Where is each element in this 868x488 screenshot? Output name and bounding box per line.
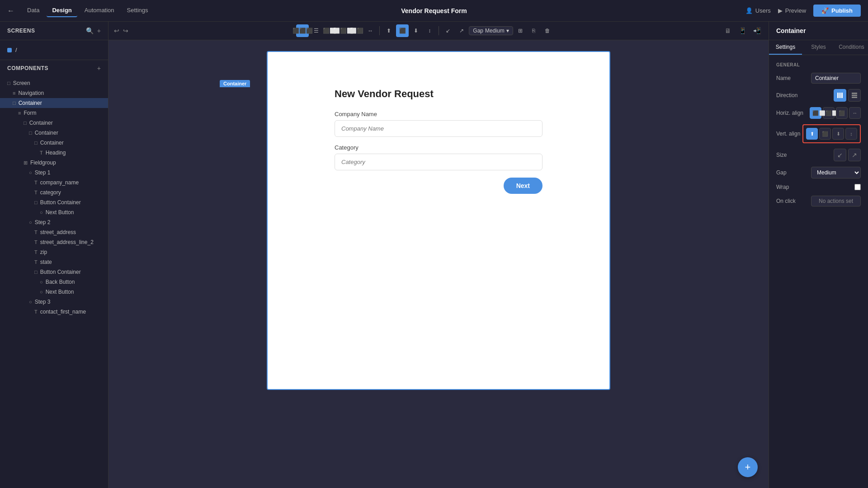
company-name-input[interactable]: [335, 120, 542, 137]
heading-tree-icon: T: [40, 150, 43, 155]
conditions-tab[interactable]: Conditions: [835, 40, 868, 55]
tree-item-contact-first-name[interactable]: T contact_first_name: [0, 307, 108, 317]
search-icon[interactable]: 🔍: [86, 27, 94, 34]
tree-item-button-container-2[interactable]: □ Button Container: [0, 267, 108, 277]
company-name-tree-icon: T: [34, 180, 38, 185]
copy-btn[interactable]: ⎘: [528, 24, 540, 37]
tree-item-category[interactable]: T category: [0, 188, 108, 197]
tree-item-back-button[interactable]: ○ Back Button: [0, 277, 108, 287]
vert-end-btn[interactable]: ⬇: [832, 128, 844, 140]
next-button[interactable]: Next: [504, 178, 542, 194]
layout-columns-btn[interactable]: ⬛⬛⬛: [296, 24, 309, 37]
general-section: GENERAL Name Direction: [776, 62, 861, 206]
screen-item-root[interactable]: /: [0, 44, 108, 56]
tree-item-state[interactable]: T state: [0, 257, 108, 267]
company-name-label: Company Name: [335, 111, 542, 117]
vert-spread-btn[interactable]: ↕: [845, 128, 857, 140]
size-expand-btn[interactable]: ↗: [848, 149, 861, 161]
tree-item-button-container-1[interactable]: □ Button Container: [0, 197, 108, 207]
tree-item-container-2[interactable]: □ Container: [0, 118, 108, 128]
tab-automation[interactable]: Automation: [79, 4, 120, 17]
tree-item-step3[interactable]: ○ Step 3: [0, 297, 108, 307]
tree-label-heading: Heading: [46, 150, 66, 156]
direction-rows-btn[interactable]: [848, 89, 861, 102]
size-shrink-btn[interactable]: ↙: [442, 24, 454, 37]
tree-item-next-button-1[interactable]: ○ Next Button: [0, 207, 108, 217]
wrap-checkbox[interactable]: [854, 184, 861, 190]
grid-btn[interactable]: ⊞: [514, 24, 527, 37]
publish-button[interactable]: 🚀 Publish: [813, 5, 861, 17]
delete-btn[interactable]: 🗑: [541, 24, 554, 37]
tree-label-next-button-1: Next Button: [46, 209, 74, 216]
add-component-icon[interactable]: +: [97, 65, 101, 72]
gap-select[interactable]: Medium Small Large: [811, 167, 861, 178]
preview-button[interactable]: ▶ Preview: [778, 7, 806, 14]
size-expand-btn[interactable]: ↗: [455, 24, 468, 37]
align-spread-btn[interactable]: ↔: [364, 24, 377, 37]
name-row: Name: [776, 73, 861, 84]
tree-item-street-address[interactable]: T street_address: [0, 227, 108, 237]
add-screen-icon[interactable]: +: [97, 27, 101, 34]
horiz-spread-btn[interactable]: ↔: [849, 107, 861, 119]
view-controls: 🖥 📱 📲: [722, 24, 763, 37]
category-input[interactable]: [335, 154, 542, 170]
size-shrink-btn[interactable]: ↙: [834, 149, 846, 161]
tab-design[interactable]: Design: [47, 4, 77, 17]
street-address-tree-icon: T: [34, 230, 38, 235]
layout-rows-btn[interactable]: ☰: [310, 24, 322, 37]
component-tree: □ Screen ≡ Navigation □ Container ≡ Form…: [0, 76, 108, 488]
tree-item-screen[interactable]: □ Screen: [0, 78, 108, 88]
tab-data[interactable]: Data: [22, 4, 45, 17]
tree-label-button-container-1: Button Container: [40, 199, 81, 206]
tree-item-street-address-2[interactable]: T street_address_line_2: [0, 237, 108, 247]
align-center-btn[interactable]: ⬜⬛⬜: [337, 24, 349, 37]
columns-icon: [837, 92, 843, 99]
vert-start-btn[interactable]: ⬆: [382, 24, 395, 37]
tree-item-heading[interactable]: T Heading: [0, 148, 108, 158]
on-click-row: On click No actions set: [776, 196, 861, 206]
styles-tab[interactable]: Styles: [802, 40, 835, 55]
gap-chevron-icon: ▾: [506, 28, 509, 34]
undo-button[interactable]: ↩: [114, 27, 119, 34]
desktop-view-btn[interactable]: 🖥: [722, 24, 734, 37]
tree-item-step1[interactable]: ○ Step 1: [0, 168, 108, 178]
mobile-view-btn[interactable]: 📲: [750, 24, 763, 37]
tab-settings[interactable]: Settings: [122, 4, 154, 17]
name-input[interactable]: [811, 73, 861, 84]
tree-item-form[interactable]: ≡ Form: [0, 108, 108, 118]
screens-list: /: [0, 40, 108, 60]
tree-item-next-button-2[interactable]: ○ Next Button: [0, 287, 108, 297]
screen-tree-icon: □: [7, 80, 10, 86]
form-canvas[interactable]: New Vendor Request Company Name Category…: [267, 51, 610, 390]
horiz-align-row: Horiz. align ⬛ ⬜⬛⬜ ⬛ ↔: [776, 107, 861, 119]
name-label: Name: [776, 75, 791, 81]
tree-item-step2[interactable]: ○ Step 2: [0, 217, 108, 227]
vert-end-btn[interactable]: ⬇: [410, 24, 422, 37]
tree-item-navigation[interactable]: ≡ Navigation: [0, 88, 108, 98]
gap-selector[interactable]: Gap Medium ▾: [469, 26, 513, 35]
vert-center-btn[interactable]: ⬛: [819, 128, 831, 140]
users-button[interactable]: 👤 Users: [745, 7, 771, 14]
wrap-row: Wrap: [776, 184, 861, 190]
vert-start-btn[interactable]: ⬆: [806, 128, 818, 140]
tree-item-zip[interactable]: T zip: [0, 247, 108, 257]
tree-label-street-address: street_address: [40, 229, 76, 235]
tree-item-container[interactable]: □ Container: [0, 98, 108, 108]
settings-tab[interactable]: Settings: [769, 40, 802, 55]
tree-label-navigation: Navigation: [18, 90, 44, 96]
direction-columns-btn[interactable]: [834, 89, 846, 102]
vert-spread-btn[interactable]: ↕: [423, 24, 436, 37]
tree-item-container-4[interactable]: □ Container: [0, 138, 108, 148]
on-click-value[interactable]: No actions set: [811, 196, 861, 206]
tablet-view-btn[interactable]: 📱: [736, 24, 749, 37]
horiz-end-btn[interactable]: ⬛: [836, 107, 848, 119]
tree-item-company-name[interactable]: T company_name: [0, 178, 108, 188]
vert-center-btn[interactable]: ⬛: [396, 24, 409, 37]
tree-item-container-3[interactable]: □ Container: [0, 128, 108, 138]
horiz-center-btn[interactable]: ⬜⬛⬜: [823, 107, 835, 119]
back-button[interactable]: ←: [7, 7, 14, 15]
redo-button[interactable]: ↪: [123, 27, 128, 34]
fab-add-button[interactable]: +: [738, 457, 758, 477]
tree-item-fieldgroup[interactable]: ⊞ Fieldgroup: [0, 158, 108, 168]
align-right-btn[interactable]: ⬜⬛: [350, 24, 363, 37]
